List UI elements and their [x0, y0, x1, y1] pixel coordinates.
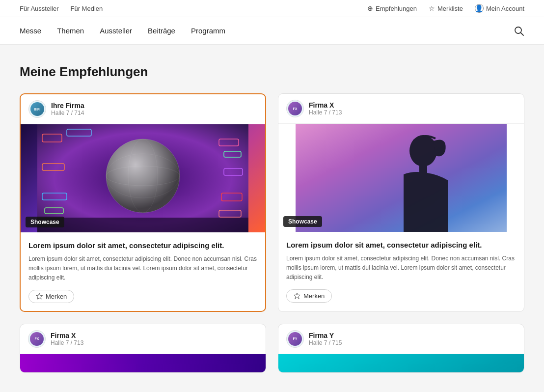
card-2-header: FX Firma X Halle 7 / 713 [278, 94, 524, 124]
card-2-merken-label: Merken [303, 292, 325, 300]
card-1-company-name: Ihre Firma [51, 102, 84, 110]
card-1-logo-inner: IhFi [30, 102, 44, 116]
card-3-logo: FX [28, 330, 46, 348]
card-4-company-info: Firma Y Halle 7 / 715 [309, 332, 342, 346]
card-2[interactable]: FX Firma X Halle 7 / 713 [278, 93, 524, 312]
star-icon [294, 292, 300, 299]
card-3[interactable]: FX Firma X Halle 7 / 713 [20, 324, 266, 373]
card-2-image [278, 124, 524, 232]
card-3-logo-inner: FX [30, 332, 44, 346]
card-4-header: FY Firma Y Halle 7 / 715 [278, 324, 524, 354]
card-1-merken-label: Merken [46, 293, 67, 300]
card-1-title: Lorem ipsum dolor sit amet, consectetur … [28, 240, 257, 251]
nav-messe[interactable]: Messe [20, 25, 41, 37]
merkliste-link[interactable]: ☆ Merkliste [429, 4, 463, 12]
nav-themen[interactable]: Themen [57, 25, 84, 37]
svg-point-14 [106, 139, 180, 213]
nav-beitraege[interactable]: Beiträge [148, 25, 175, 37]
card-4-company-name: Firma Y [309, 332, 342, 339]
user-icon: 👤 [475, 4, 484, 13]
card-1-header: IhFi Ihre Firma Halle 7 / 714 [21, 94, 265, 124]
card-4-image-container [278, 354, 524, 373]
card-2-logo-inner: FX [288, 102, 302, 115]
card-2-company-name: Firma X [309, 101, 342, 109]
card-1-showcase-badge: Showcase [26, 217, 64, 227]
empfehlungen-label: Empfehlungen [376, 5, 417, 12]
card-2-text: Lorem ipsum dolor sit amet, consectetur … [286, 254, 516, 282]
card-4-logo: FY [286, 330, 304, 348]
mein-account-link[interactable]: 👤 Mein Account [475, 4, 524, 13]
card-1-company-info: Ihre Firma Halle 7 / 714 [51, 102, 84, 116]
card-1-body: Lorem ipsum dolor sit amet, consectetur … [21, 232, 265, 311]
card-2-title: Lorem ipsum dolor sit amet, consectetur … [286, 240, 516, 250]
nav-links: Messe Themen Aussteller Beiträge Program… [20, 25, 225, 37]
main-nav: Messe Themen Aussteller Beiträge Program… [0, 17, 544, 45]
star-icon [36, 293, 43, 300]
star-icon: ☆ [429, 4, 435, 12]
search-button[interactable] [514, 26, 524, 36]
top-bar-right: ⊕ Empfehlungen ☆ Merkliste 👤 Mein Accoun… [367, 4, 524, 13]
card-3-image-container [20, 354, 266, 373]
nav-aussteller[interactable]: Aussteller [100, 25, 132, 37]
svg-rect-24 [20, 354, 266, 373]
card-2-merken-button[interactable]: Merken [286, 289, 332, 303]
card-3-logo-text: FX [35, 337, 39, 340]
card-4-logo-text: FY [293, 337, 298, 340]
card-4-image [278, 354, 524, 373]
svg-rect-25 [278, 354, 524, 373]
card-4-company-hall: Halle 7 / 715 [309, 339, 342, 346]
nav-programm[interactable]: Programm [191, 25, 225, 37]
card-2-image-container: Showcase [278, 124, 524, 232]
svg-marker-19 [36, 293, 43, 299]
top-bar-fuer-medien[interactable]: Für Medien [70, 5, 103, 12]
card-1-image [21, 124, 265, 232]
merkliste-label: Merkliste [437, 5, 463, 12]
card-4-logo-inner: FY [288, 332, 302, 346]
svg-marker-23 [294, 293, 300, 299]
compass-icon: ⊕ [367, 4, 373, 12]
mein-account-label: Mein Account [486, 5, 524, 12]
cards-grid: IhFi Ihre Firma Halle 7 / 714 [20, 93, 524, 373]
card-1-merken-button[interactable]: Merken [28, 290, 74, 303]
card-2-body: Lorem ipsum dolor sit amet, consectetur … [278, 232, 524, 310]
card-3-image [20, 354, 266, 373]
search-icon [514, 26, 524, 36]
page-content: Meine Empfehlungen IhFi Ihre Firma Halle… [0, 45, 544, 383]
svg-rect-20 [296, 124, 507, 232]
card-2-showcase-badge: Showcase [283, 216, 322, 227]
top-bar-left: Für Aussteller Für Medien [20, 5, 103, 12]
card-3-company-info: Firma X Halle 7 / 713 [51, 332, 83, 346]
top-bar: Für Aussteller Für Medien ⊕ Empfehlungen… [0, 0, 544, 17]
card-4[interactable]: FY Firma Y Halle 7 / 715 [278, 324, 524, 373]
svg-rect-13 [37, 218, 248, 232]
card-2-logo-text: FX [293, 107, 298, 111]
svg-line-1 [521, 32, 524, 35]
top-bar-fuer-aussteller[interactable]: Für Aussteller [20, 5, 58, 12]
empfehlungen-link[interactable]: ⊕ Empfehlungen [367, 4, 417, 12]
card-1-company-hall: Halle 7 / 714 [51, 110, 84, 116]
page-title: Meine Empfehlungen [20, 64, 524, 80]
card-2-logo: FX [286, 100, 304, 117]
card-2-company-info: Firma X Halle 7 / 713 [309, 101, 342, 116]
card-1[interactable]: IhFi Ihre Firma Halle 7 / 714 [20, 93, 266, 312]
card-3-company-hall: Halle 7 / 713 [51, 339, 83, 346]
card-2-company-hall: Halle 7 / 713 [309, 109, 342, 116]
card-1-logo-text: IhFi [34, 108, 40, 111]
card-1-text: Lorem ipsum dolor sit amet, consectetur … [28, 254, 257, 283]
card-1-image-container: Showcase [21, 124, 265, 232]
card-3-company-name: Firma X [51, 332, 83, 339]
card-1-logo: IhFi [28, 100, 46, 118]
card-3-header: FX Firma X Halle 7 / 713 [20, 324, 266, 354]
